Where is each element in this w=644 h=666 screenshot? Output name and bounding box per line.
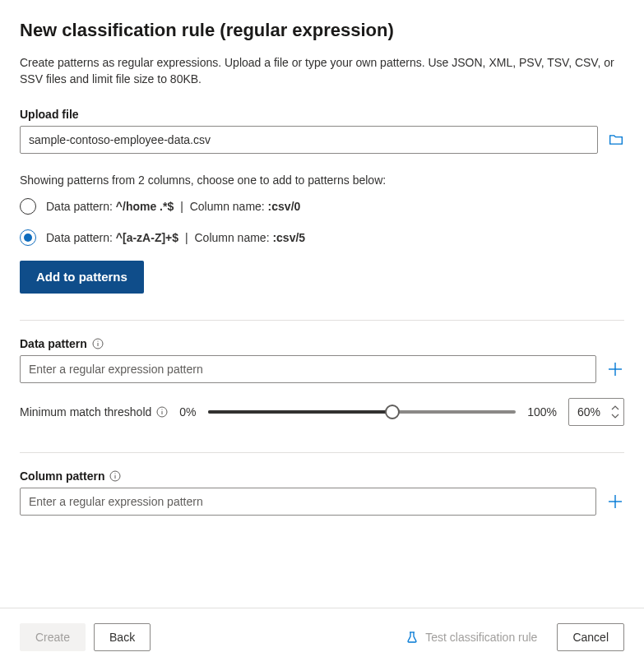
section-divider bbox=[20, 452, 624, 453]
slider-thumb-icon[interactable] bbox=[385, 405, 400, 419]
cancel-button[interactable]: Cancel bbox=[557, 623, 624, 651]
test-classification-rule-link: Test classification rule bbox=[405, 631, 537, 644]
add-to-patterns-button[interactable]: Add to patterns bbox=[20, 261, 144, 294]
radio-col-name: :csv/5 bbox=[272, 231, 305, 244]
radio-prefix: Data pattern: bbox=[46, 200, 116, 213]
spinner-up-icon[interactable] bbox=[610, 404, 620, 412]
radio-label: Data pattern: ^/home .*$ | Column name: … bbox=[46, 200, 300, 213]
pattern-radio-option-1[interactable]: Data pattern: ^[a-zA-Z]+$ | Column name:… bbox=[20, 229, 624, 246]
column-pattern-input[interactable] bbox=[20, 488, 596, 516]
radio-sep: | bbox=[178, 231, 194, 244]
radio-label: Data pattern: ^[a-zA-Z]+$ | Column name:… bbox=[46, 231, 305, 244]
radio-prefix: Data pattern: bbox=[46, 231, 116, 244]
threshold-spinner[interactable]: 60% bbox=[568, 398, 624, 426]
svg-point-10 bbox=[115, 473, 116, 474]
radio-circle-icon bbox=[20, 198, 36, 215]
svg-point-7 bbox=[162, 409, 163, 409]
column-pattern-label: Column pattern bbox=[20, 469, 624, 483]
data-pattern-label-text: Data pattern bbox=[20, 337, 87, 350]
info-icon[interactable] bbox=[92, 338, 104, 349]
radio-col-prefix: Column name: bbox=[190, 200, 268, 213]
radio-sep: | bbox=[174, 200, 189, 213]
data-pattern-input[interactable] bbox=[20, 355, 596, 383]
threshold-value: 60% bbox=[577, 405, 600, 419]
back-button[interactable]: Back bbox=[94, 623, 151, 651]
upload-file-label-text: Upload file bbox=[20, 108, 79, 121]
page-description: Create patterns as regular expressions. … bbox=[20, 54, 624, 88]
spinner-down-icon[interactable] bbox=[610, 412, 620, 420]
threshold-max-label: 100% bbox=[527, 405, 557, 419]
radio-pattern: ^[a-zA-Z]+$ bbox=[116, 231, 178, 244]
page-title: New classification rule (regular express… bbox=[20, 20, 624, 41]
svg-point-2 bbox=[97, 340, 98, 341]
upload-file-label: Upload file bbox=[20, 108, 624, 121]
column-pattern-label-text: Column pattern bbox=[20, 469, 104, 483]
info-icon[interactable] bbox=[109, 470, 121, 482]
upload-file-input[interactable] bbox=[20, 126, 598, 154]
threshold-label: Minimum match threshold bbox=[20, 405, 168, 419]
add-data-pattern-button[interactable] bbox=[606, 360, 624, 378]
pattern-radio-option-0[interactable]: Data pattern: ^/home .*$ | Column name: … bbox=[20, 198, 624, 215]
footer: Create Back Test classification rule Can… bbox=[0, 608, 644, 666]
test-link-text: Test classification rule bbox=[425, 631, 537, 644]
radio-dot-icon bbox=[24, 234, 32, 242]
add-column-pattern-button[interactable] bbox=[606, 493, 624, 511]
section-divider bbox=[20, 320, 624, 321]
threshold-slider[interactable] bbox=[208, 404, 517, 420]
patterns-hint: Showing patterns from 2 columns, choose … bbox=[20, 173, 624, 187]
browse-folder-icon[interactable] bbox=[608, 132, 624, 148]
beaker-icon bbox=[405, 631, 419, 644]
threshold-min-label: 0% bbox=[179, 405, 196, 419]
radio-circle-icon bbox=[20, 229, 36, 246]
radio-col-name: :csv/0 bbox=[268, 200, 301, 213]
pattern-radio-group: Data pattern: ^/home .*$ | Column name: … bbox=[20, 198, 624, 246]
info-icon[interactable] bbox=[156, 406, 168, 418]
threshold-label-text: Minimum match threshold bbox=[20, 405, 151, 419]
data-pattern-label: Data pattern bbox=[20, 337, 624, 350]
create-button: Create bbox=[20, 623, 86, 651]
radio-pattern: ^/home .*$ bbox=[116, 200, 174, 213]
radio-col-prefix: Column name: bbox=[194, 231, 272, 244]
